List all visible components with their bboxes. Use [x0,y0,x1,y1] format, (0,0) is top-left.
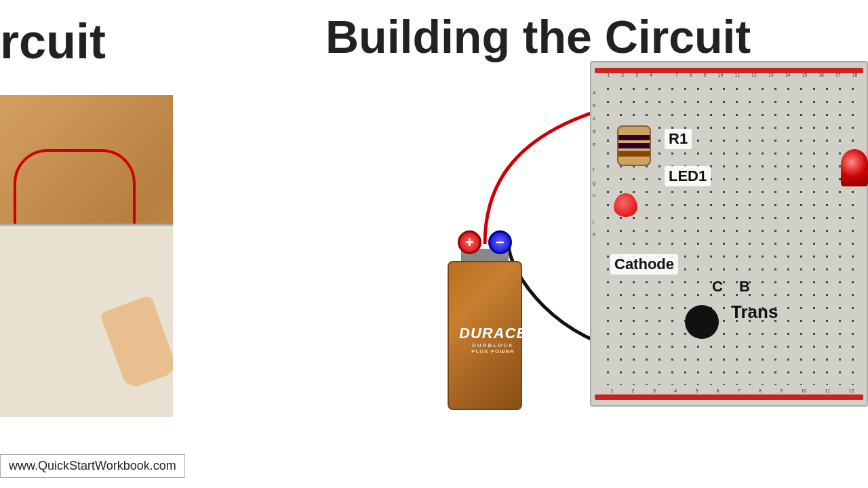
battery-terminal-negative: − [488,230,512,254]
resistor-r1 [617,125,651,166]
battery-sub-label: PLUS POWER [459,348,527,354]
battery-body: DURACELL DURBLOCK PLUS POWER [448,261,522,410]
resistor-band-2 [618,143,650,148]
label-c: C [712,278,723,296]
main-title: Building the Circuit [326,10,751,63]
photo-red-wire [14,149,136,230]
breadboard-bottom-rail [595,394,863,400]
battery-terminal-positive: + [458,230,481,254]
left-partial-title: rcuit [0,14,106,69]
led-right [841,149,868,193]
resistor-band-3 [618,151,650,157]
label-cathode: Cathode [610,254,678,274]
label-e: E [705,308,715,326]
led-body [614,193,637,217]
label-led1: LED1 [665,166,711,186]
battery-brand-main: DURACELL [459,325,527,342]
led-component [610,193,651,220]
label-b: B [739,278,750,296]
battery-model-label: DURBLOCK [459,342,527,348]
label-r1: R1 [665,129,692,149]
label-trans: Trans [731,302,778,323]
breadboard: 1 2 3 4 7 8 9 10 11 12 13 14 15 16 17 18… [590,61,868,407]
footer-url: www.QuickStartWorkbook.com [0,454,185,478]
battery-brand-label: DURACELL DURBLOCK PLUS POWER [459,325,527,354]
led-right-body [841,149,868,186]
resistor-band-1 [618,135,650,140]
left-photo [0,95,173,417]
circuit-area: 1 2 3 4 7 8 9 10 11 12 13 14 15 16 17 18… [407,61,868,417]
battery: + − DURACELL DURBLOCK PLUS POWER [441,234,529,410]
